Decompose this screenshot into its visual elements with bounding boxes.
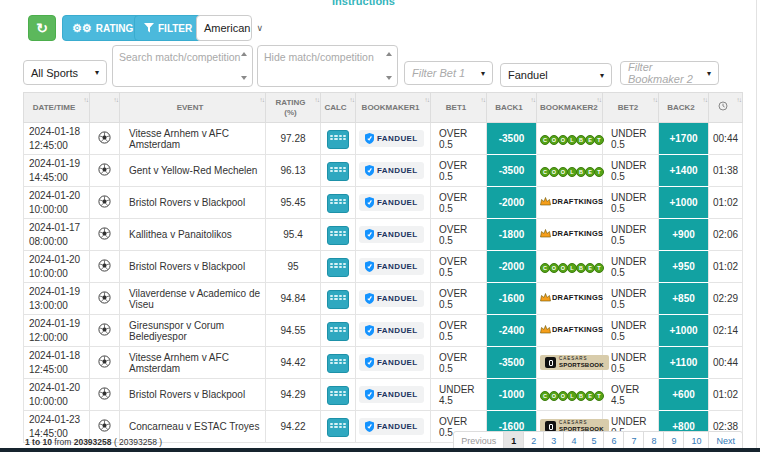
scroll-down-icon[interactable] bbox=[241, 76, 247, 80]
calculator-icon[interactable] bbox=[327, 162, 349, 181]
bet1-value: UNDER 4.5 bbox=[431, 379, 487, 411]
header-bet1[interactable]: BET1↑↓ bbox=[431, 93, 487, 123]
back2-odds[interactable]: +600 bbox=[659, 379, 709, 411]
calculator-icon[interactable] bbox=[327, 226, 349, 245]
back1-odds[interactable]: -1800 bbox=[487, 219, 537, 251]
back2-odds[interactable]: +950 bbox=[659, 251, 709, 283]
header-datetime[interactable]: DATE/TIME↑↓ bbox=[24, 93, 90, 123]
bookmaker1-cell: FANDUEL bbox=[356, 411, 431, 443]
coolbet-logo[interactable]: COOLBET bbox=[540, 263, 603, 273]
search-match-input[interactable]: Search match/competition bbox=[112, 45, 253, 87]
calculator-icon[interactable] bbox=[327, 194, 349, 213]
hide-match-input[interactable]: Hide match/competition bbox=[257, 45, 398, 87]
fanduel-shield-icon bbox=[365, 133, 374, 144]
back1-odds[interactable]: -3500 bbox=[487, 155, 537, 187]
back2-odds[interactable]: +850 bbox=[659, 283, 709, 315]
header-rating[interactable]: RATING (%)↑↓ bbox=[266, 93, 321, 123]
fanduel-logo[interactable]: FANDUEL bbox=[359, 354, 424, 371]
bookmaker2-cell: COOLBET bbox=[537, 251, 603, 283]
bet1-value: OVER 0.5 bbox=[431, 187, 487, 219]
fanduel-logo[interactable]: FANDUEL bbox=[359, 386, 424, 403]
fanduel-logo[interactable]: FANDUEL bbox=[359, 162, 424, 179]
draftkings-logo[interactable]: DRAFTKINGS bbox=[540, 325, 603, 334]
fanduel-logo[interactable]: FANDUEL bbox=[359, 130, 424, 147]
fanduel-logo[interactable]: FANDUEL bbox=[359, 258, 424, 275]
header-back2[interactable]: BACK2↑↓ bbox=[659, 93, 709, 123]
header-event[interactable]: EVENT↑↓ bbox=[120, 93, 266, 123]
calculator-icon[interactable] bbox=[327, 290, 349, 309]
header-bookmaker1[interactable]: BOOKMAKER1↑↓ bbox=[356, 93, 431, 123]
event-name[interactable]: Giresunspor v Corum Belediyespor bbox=[120, 315, 266, 347]
scroll-up-icon[interactable] bbox=[241, 52, 247, 56]
instructions-link[interactable]: Instructions bbox=[332, 0, 395, 7]
calculator-icon[interactable] bbox=[327, 130, 349, 149]
event-date: 2024-01-17 bbox=[27, 221, 86, 235]
fanduel-logo[interactable]: FANDUEL bbox=[359, 290, 424, 307]
scroll-up-icon[interactable] bbox=[386, 52, 392, 56]
header-calc[interactable]: CALC↑↓ bbox=[321, 93, 356, 123]
bookmaker1-cell: FANDUEL bbox=[356, 379, 431, 411]
hide-match-placeholder: Hide match/competition bbox=[264, 51, 374, 63]
header-bet2[interactable]: BET2↑↓ bbox=[603, 93, 659, 123]
filter-bet1-select[interactable]: Filter Bet 1 ▾ bbox=[404, 61, 493, 85]
header-sport[interactable]: ↑↓ bbox=[90, 93, 120, 123]
event-name[interactable]: Vitesse Arnhem v AFC Amsterdam bbox=[120, 347, 266, 379]
fanduel-logo[interactable]: FANDUEL bbox=[359, 194, 424, 211]
draftkings-logo[interactable]: DRAFTKINGS bbox=[540, 293, 603, 302]
scroll-down-icon[interactable] bbox=[386, 76, 392, 80]
back2-odds[interactable]: +1000 bbox=[659, 187, 709, 219]
odds-format-select[interactable]: American ∨ bbox=[196, 15, 252, 41]
coolbet-logo[interactable]: COOLBET bbox=[540, 167, 603, 177]
event-name[interactable]: Vilaverdense v Academico de Viseu bbox=[120, 283, 266, 315]
back1-odds[interactable]: -2000 bbox=[487, 251, 537, 283]
refresh-button[interactable]: ↻ bbox=[28, 15, 56, 41]
rating-button-label: RATING bbox=[96, 23, 134, 34]
back1-odds[interactable]: -1600 bbox=[487, 283, 537, 315]
back2-odds[interactable]: +1400 bbox=[659, 155, 709, 187]
back2-odds[interactable]: +1700 bbox=[659, 123, 709, 155]
event-name[interactable]: Bristol Rovers v Blackpool bbox=[120, 187, 266, 219]
header-updated[interactable]: ↑↓ bbox=[709, 93, 743, 123]
coolbet-logo[interactable]: COOLBET bbox=[540, 135, 603, 145]
back2-odds[interactable]: +900 bbox=[659, 219, 709, 251]
sport-select[interactable]: All Sports ▾ bbox=[23, 60, 107, 85]
event-date: 2024-01-18 bbox=[27, 349, 86, 363]
coolbet-logo[interactable]: COOLBET bbox=[540, 391, 603, 401]
back1-odds[interactable]: -3500 bbox=[487, 347, 537, 379]
back2-odds[interactable]: +1000 bbox=[659, 315, 709, 347]
caesars-logo[interactable]: CAESARSSPORTSBOOK bbox=[540, 355, 609, 371]
event-name[interactable]: Bristol Rovers v Blackpool bbox=[120, 251, 266, 283]
window-edge bbox=[756, 0, 757, 452]
back1-odds[interactable]: -2000 bbox=[487, 187, 537, 219]
fanduel-logo[interactable]: FANDUEL bbox=[359, 322, 424, 339]
event-start-time: 12:00:00 bbox=[27, 331, 86, 345]
fanduel-shield-icon bbox=[365, 229, 374, 240]
event-name[interactable]: Kallithea v Panaitolikos bbox=[120, 219, 266, 251]
header-back1[interactable]: BACK1↑↓ bbox=[487, 93, 537, 123]
event-name[interactable]: Gent v Yellow-Red Mechelen bbox=[120, 155, 266, 187]
filter-button[interactable]: FILTER bbox=[134, 15, 202, 41]
calculator-icon[interactable] bbox=[327, 322, 349, 341]
event-name[interactable]: Bristol Rovers v Blackpool bbox=[120, 379, 266, 411]
calculator-icon[interactable] bbox=[327, 386, 349, 405]
draftkings-logo[interactable]: DRAFTKINGS bbox=[540, 197, 603, 206]
filter-bookmaker1-select[interactable]: Fanduel ▾ bbox=[500, 63, 612, 87]
rating-button[interactable]: ⚙⚙ RATING bbox=[62, 15, 143, 41]
back2-odds[interactable]: +1100 bbox=[659, 347, 709, 379]
back1-odds[interactable]: -3500 bbox=[487, 123, 537, 155]
filter-bookmaker2-select[interactable]: Filter Bookmaker 2 ▾ bbox=[620, 61, 719, 85]
bet1-value: OVER 0.5 bbox=[431, 347, 487, 379]
fanduel-logo[interactable]: FANDUEL bbox=[359, 418, 424, 435]
bet2-value: UNDER 0.5 bbox=[603, 219, 659, 251]
event-start-time: 08:00:00 bbox=[27, 235, 86, 249]
back1-odds[interactable]: -2400 bbox=[487, 315, 537, 347]
back1-odds[interactable]: -1000 bbox=[487, 379, 537, 411]
fanduel-logo[interactable]: FANDUEL bbox=[359, 226, 424, 243]
event-name[interactable]: Vitesse Arnhem v AFC Amsterdam bbox=[120, 123, 266, 155]
calculator-icon[interactable] bbox=[327, 418, 349, 437]
draftkings-logo[interactable]: DRAFTKINGS bbox=[540, 229, 603, 238]
calculator-icon[interactable] bbox=[327, 258, 349, 277]
bet1-value: OVER 0.5 bbox=[431, 219, 487, 251]
calculator-icon[interactable] bbox=[327, 354, 349, 373]
header-bookmaker2[interactable]: BOOKMAKER2↑↓ bbox=[537, 93, 603, 123]
